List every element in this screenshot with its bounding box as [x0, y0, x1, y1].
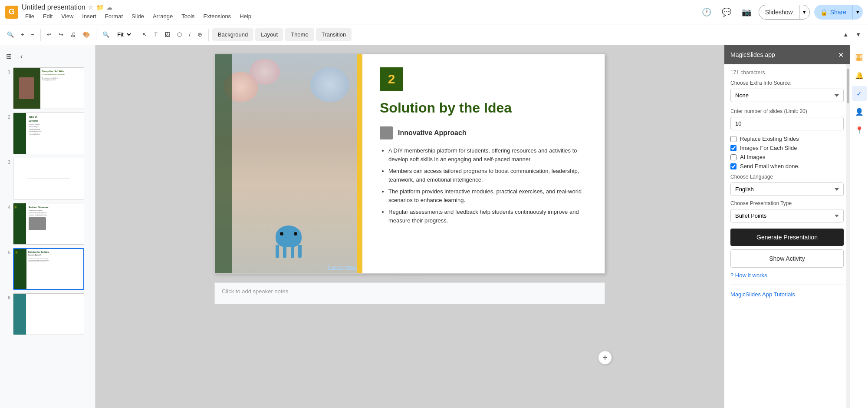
slideshow-dropdown-button[interactable]: ▾	[799, 5, 809, 19]
menu-extensions[interactable]: Extensions	[200, 12, 235, 20]
insert-button[interactable]: ⊕	[195, 30, 205, 40]
search-button[interactable]: 🔍	[4, 30, 16, 40]
menu-edit[interactable]: Edit	[39, 12, 56, 20]
text-button[interactable]: T	[151, 30, 160, 40]
send-email-row: Send Email when done.	[730, 163, 844, 169]
slides-count-input[interactable]	[730, 117, 844, 130]
menu-format[interactable]: Format	[102, 12, 126, 20]
slide-canvas[interactable]: Photo by Pexels 2 Solution by the Idea I…	[214, 54, 605, 274]
slide-2-title: Table of	[29, 116, 81, 118]
slide-item-5[interactable]: 5 2 Solution by the Idea Innovative Appr…	[0, 246, 95, 292]
side-icon-person[interactable]: 👤	[852, 104, 867, 119]
grid-view-button[interactable]: ⊞	[3, 50, 14, 62]
how-it-works-link[interactable]: ? How it works	[730, 272, 844, 279]
share-dropdown-button[interactable]: ▾	[852, 5, 863, 20]
background-button[interactable]: Background	[212, 28, 253, 41]
images-checkbox[interactable]	[730, 145, 736, 151]
ai-images-row: AI Images	[730, 154, 844, 160]
scroll-thumb[interactable]	[847, 69, 849, 103]
side-icon-grid[interactable]: ▦	[852, 50, 867, 64]
star-icon[interactable]: ☆	[88, 4, 94, 11]
slide-num-3: 3	[3, 159, 10, 165]
menu-slide[interactable]: Slide	[128, 12, 148, 20]
zoom-out-button[interactable]: −	[29, 30, 37, 40]
language-select[interactable]: English Spanish French German Chinese Ja…	[730, 182, 844, 196]
separator-1	[40, 29, 41, 41]
side-icon-bell[interactable]: 🔔	[852, 68, 867, 83]
slideshow-main-button[interactable]: Slideshow	[759, 5, 799, 19]
bullet-item-3: The platform provides interactive module…	[388, 187, 587, 204]
menu-file[interactable]: File	[22, 12, 38, 20]
cursor-button[interactable]: ↖	[140, 30, 150, 40]
menu-view[interactable]: View	[58, 12, 77, 20]
show-activity-button[interactable]: Show Activity	[730, 249, 844, 268]
layout-button[interactable]: Layout	[255, 28, 283, 41]
arrow-down-button[interactable]: ▼	[853, 30, 864, 40]
zoom-fit-button[interactable]: 🔍	[100, 30, 112, 40]
slide-item-1[interactable]: 1 Startup Idea: Soft Skills DIY Membersh…	[0, 66, 95, 111]
image-button[interactable]: 🖼	[162, 30, 173, 40]
yellow-accent-bar	[357, 54, 362, 273]
panel-divider	[730, 285, 844, 285]
folder-icon[interactable]: 📁	[96, 4, 104, 11]
presentation-type-select[interactable]: Bullet Points Paragraph Both	[730, 209, 844, 222]
menu-arrange[interactable]: Arrange	[149, 12, 176, 20]
slide-num-6: 6	[3, 295, 10, 300]
side-icon-check[interactable]: ✓	[852, 86, 867, 101]
redo-button[interactable]: ↪	[56, 30, 66, 40]
send-email-checkbox[interactable]	[730, 163, 736, 169]
history-button[interactable]: 🕐	[699, 4, 714, 20]
notes-placeholder: Click to add speaker notes	[222, 288, 288, 295]
images-label: Images For Each Slide	[740, 145, 797, 151]
doc-title-text: Untitled presentation	[22, 3, 85, 11]
slide-notes[interactable]: Click to add speaker notes	[214, 282, 605, 304]
generate-button[interactable]: Generate Presentation	[730, 229, 844, 246]
slide-image-section: Photo by Pexels	[215, 54, 362, 273]
shapes-button[interactable]: ⬡	[174, 30, 184, 40]
tutorials-link[interactable]: MagicSlides App Tutorials	[730, 291, 795, 298]
side-icon-location[interactable]: 📍	[852, 123, 867, 137]
arrow-up-button[interactable]: ▲	[840, 30, 851, 40]
cloud-icon[interactable]: ☁	[106, 4, 112, 11]
zoom-in-button[interactable]: +	[18, 30, 27, 40]
panel-title-text: MagicSlides.app	[730, 51, 775, 58]
ai-images-checkbox[interactable]	[730, 154, 736, 160]
slide-item-3[interactable]: 3	[0, 156, 95, 201]
add-slide-button[interactable]: +	[598, 351, 612, 365]
line-button[interactable]: /	[186, 30, 193, 40]
slide-thumb-wrap-4: 1 Problem Statement Students lack access…	[13, 203, 84, 245]
replace-slides-row: Replace Existing Slides	[730, 136, 844, 142]
share-main-button[interactable]: 🔒 Share	[814, 5, 852, 20]
menu-insert[interactable]: Insert	[79, 12, 100, 20]
theme-button[interactable]: Theme	[285, 28, 314, 41]
slide-item-2[interactable]: 2 Table of Contents • Startup Overview• …	[0, 111, 95, 156]
slide-4-content: Students lack access topractical soft sk…	[29, 210, 81, 216]
replace-slides-label: Replace Existing Slides	[740, 136, 799, 142]
transition-button[interactable]: Transition	[316, 28, 352, 41]
print-button[interactable]: 🖨	[68, 30, 79, 40]
panel-close-button[interactable]: ✕	[838, 51, 844, 59]
slide-item-6[interactable]: 6	[0, 292, 95, 337]
slide-item-4[interactable]: 4 1 Problem Statement Students lack acce…	[0, 201, 95, 246]
undo-button[interactable]: ↩	[44, 30, 54, 40]
octopus-figure	[273, 226, 304, 260]
camera-button[interactable]: 📷	[739, 4, 754, 20]
slide-thumb-wrap-3	[13, 158, 84, 199]
yarn-ball-blue	[310, 67, 349, 102]
zoom-select[interactable]: Fit	[114, 29, 132, 40]
menu-bar: File Edit View Insert Format Slide Arran…	[22, 12, 695, 20]
panel-content: 171 characters. Choose Extra Info Source…	[724, 64, 850, 408]
menu-tools[interactable]: Tools	[178, 12, 198, 20]
slide-thumb-wrap-5: 2 Solution by the Idea Innovative Approa…	[13, 248, 84, 290]
menu-help[interactable]: Help	[236, 12, 255, 20]
comments-button[interactable]: 💬	[719, 4, 734, 20]
octopus-eye-right	[294, 232, 297, 236]
paint-format-button[interactable]: 🎨	[80, 30, 92, 40]
section-title-text: Innovative Approach	[398, 129, 467, 137]
replace-slides-checkbox[interactable]	[730, 136, 736, 142]
collapse-panel-button[interactable]: ‹	[18, 51, 25, 62]
slide-main-title: Solution by the Idea	[380, 100, 587, 116]
extra-info-select[interactable]: None Wikipedia Custom	[730, 89, 844, 102]
slide-thumb-6	[13, 294, 84, 335]
side-icons: ▦ 🔔 ✓ 👤 📍	[850, 45, 868, 408]
